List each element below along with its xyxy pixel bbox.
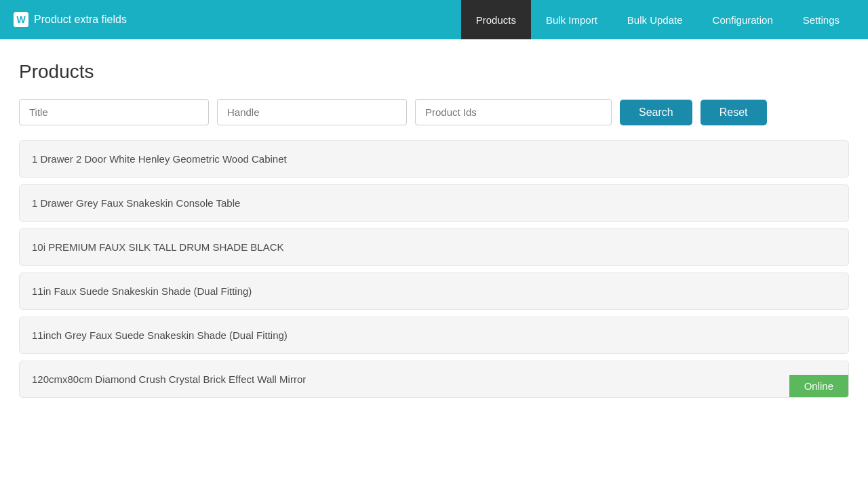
product-ids-input[interactable] <box>415 99 612 125</box>
product-name: 10i PREMIUM FAUX SILK TALL DRUM SHADE BL… <box>32 241 284 253</box>
product-name: 11inch Grey Faux Suede Snakeskin Shade (… <box>32 329 288 341</box>
brand-icon: W <box>14 12 28 27</box>
product-name: 120cmx80cm Diamond Crush Crystal Brick E… <box>32 373 306 385</box>
brand: W Product extra fields <box>14 12 127 27</box>
reset-button[interactable]: Reset <box>701 100 767 125</box>
product-item[interactable]: 11in Faux Suede Snakeskin Shade (Dual Fi… <box>19 272 849 310</box>
search-button[interactable]: Search <box>620 100 692 125</box>
product-name: 1 Drawer Grey Faux Snakeskin Console Tab… <box>32 197 240 209</box>
product-list: 1 Drawer 2 Door White Henley Geometric W… <box>19 140 849 398</box>
page-title: Products <box>19 61 849 83</box>
product-name: 1 Drawer 2 Door White Henley Geometric W… <box>32 153 287 165</box>
brand-label: Product extra fields <box>34 14 127 26</box>
online-badge: Online <box>789 375 848 397</box>
nav-link-settings[interactable]: Settings <box>788 0 854 39</box>
nav-link-bulk-import[interactable]: Bulk Import <box>531 0 612 39</box>
nav-link-bulk-update[interactable]: Bulk Update <box>612 0 698 39</box>
handle-input[interactable] <box>217 99 407 125</box>
title-input[interactable] <box>19 99 209 125</box>
product-item[interactable]: 1 Drawer 2 Door White Henley Geometric W… <box>19 140 849 178</box>
nav-links: ProductsBulk ImportBulk UpdateConfigurat… <box>461 0 854 39</box>
search-row: Search Reset <box>19 99 849 125</box>
navbar: W Product extra fields ProductsBulk Impo… <box>0 0 868 39</box>
main-content: Products Search Reset 1 Drawer 2 Door Wh… <box>0 39 868 411</box>
product-item[interactable]: 11inch Grey Faux Suede Snakeskin Shade (… <box>19 317 849 354</box>
product-item[interactable]: 10i PREMIUM FAUX SILK TALL DRUM SHADE BL… <box>19 228 849 266</box>
product-item[interactable]: 1 Drawer Grey Faux Snakeskin Console Tab… <box>19 184 849 222</box>
nav-link-products[interactable]: Products <box>461 0 531 39</box>
nav-link-configuration[interactable]: Configuration <box>698 0 788 39</box>
product-name: 11in Faux Suede Snakeskin Shade (Dual Fi… <box>32 285 252 297</box>
product-item[interactable]: 120cmx80cm Diamond Crush Crystal Brick E… <box>19 361 849 398</box>
